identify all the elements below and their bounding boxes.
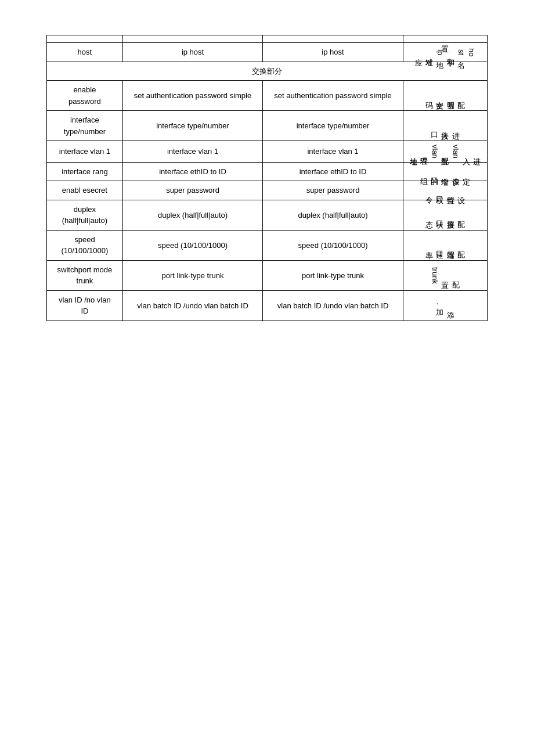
table-row: duplex (half|full|auto)duplex (half|full… — [47, 200, 488, 230]
col2-cell: port link-type trunk — [122, 260, 262, 290]
col4-cell: 进 入接 口 — [403, 111, 487, 141]
table-row: enabl esecretsuper passwordsuper passwor… — [47, 181, 488, 200]
col4-cell: 配 置端 口速 率 — [403, 230, 487, 260]
col4-cell: 定 议多 个端 口的 组 — [403, 162, 487, 181]
col3-cell: interface type/number — [263, 111, 403, 141]
table-row: interface ranginterface ethID to IDinter… — [47, 162, 488, 181]
section-header-cell: 交换部分 — [47, 62, 488, 81]
col3-cell: ip host — [263, 43, 403, 62]
table-row: speed (10/100/1000)speed (10/100/1000)sp… — [47, 230, 488, 260]
comparison-table: 置hostip hostip hostho st名 字和 ip地 址对 应交换部… — [46, 35, 488, 321]
col4-cell: 置 — [403, 35, 487, 43]
col2-cell: interface vlan 1 — [122, 141, 262, 163]
col4-cell: 设 置特 权口 令 — [403, 181, 487, 200]
col3-cell: set authentication password simple — [263, 81, 403, 111]
col2-cell: ip host — [122, 43, 262, 62]
col1-cell: host — [47, 43, 123, 62]
col3-cell: port link-type trunk — [263, 260, 403, 290]
col2-cell: duplex (half|full|auto) — [122, 200, 262, 230]
table-row: enable passwordset authentication passwo… — [47, 81, 488, 111]
col1-cell: interface type/number — [47, 111, 123, 141]
col1-cell: enabl esecret — [47, 181, 123, 200]
col4-cell: 配 置 trunk — [403, 260, 487, 290]
col4-cell: 添 加、 — [403, 290, 487, 321]
col3-cell: interface vlan 1 — [263, 141, 403, 163]
col4-cell: ho st名 字和 ip地 址对 应 — [403, 43, 487, 62]
table-row: vlan ID /no vlan IDvlan batch ID /undo v… — [47, 290, 488, 321]
table-row: interface type/numberinterface type/numb… — [47, 111, 488, 141]
col3-cell: speed (10/100/1000) — [263, 230, 403, 260]
table-row: hostip hostip hostho st名 字和 ip地 址对 应 — [47, 43, 488, 62]
col2-cell: speed (10/100/1000) — [122, 230, 262, 260]
table-row: switchport mode trunkport link-type trun… — [47, 260, 488, 290]
col2-cell: vlan batch ID /undo vlan batch ID — [122, 290, 262, 321]
col1-cell: interface rang — [47, 162, 123, 181]
col4-cell: 进 入 vlan 配置 vlan 管理 地址 — [403, 141, 487, 163]
col2-cell: super password — [122, 181, 262, 200]
main-table-container: 置hostip hostip hostho st名 字和 ip地 址对 应交换部… — [46, 35, 488, 321]
col3-cell: vlan batch ID /undo vlan batch ID — [263, 290, 403, 321]
section-header-row: 交换部分 — [47, 62, 488, 81]
col1-cell: duplex (half|full|auto) — [47, 200, 123, 230]
col3-cell: super password — [263, 181, 403, 200]
col4-cell: 配 置明 文密 码 — [403, 81, 487, 111]
col3-cell: interface ethID to ID — [263, 162, 403, 181]
col2-cell: interface type/number — [122, 111, 262, 141]
table-row: interface vlan 1interface vlan 1interfac… — [47, 141, 488, 163]
col2-cell: set authentication password simple — [122, 81, 262, 111]
col4-cell: 配 置接 口状 态 — [403, 200, 487, 230]
table-row: 置 — [47, 35, 488, 43]
col1-cell: switchport mode trunk — [47, 260, 123, 290]
col3-cell: duplex (half|full|auto) — [263, 200, 403, 230]
col1-cell — [47, 35, 123, 43]
col2-cell — [122, 35, 262, 43]
col1-cell: vlan ID /no vlan ID — [47, 290, 123, 321]
col1-cell: interface vlan 1 — [47, 141, 123, 163]
col1-cell: enable password — [47, 81, 123, 111]
col1-cell: speed (10/100/1000) — [47, 230, 123, 260]
col3-cell — [263, 35, 403, 43]
col2-cell: interface ethID to ID — [122, 162, 262, 181]
